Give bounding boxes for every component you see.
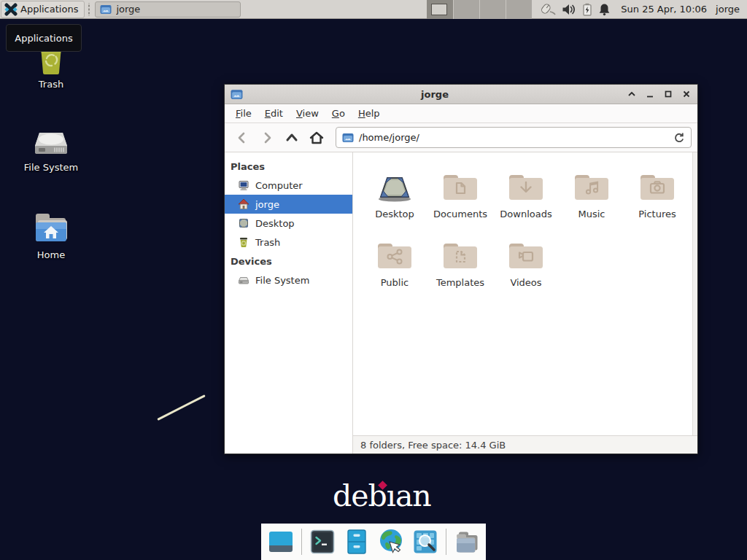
workspace-pager[interactable] [427, 0, 532, 19]
home-folder-icon [32, 210, 70, 245]
dock-separator [301, 529, 302, 555]
taskbar-window-label: jorge [116, 4, 140, 15]
file-item-downloads[interactable]: Downloads [493, 161, 559, 230]
sidebar-item-label: Computer [255, 180, 303, 191]
sidebar-item-jorge[interactable]: jorge [225, 195, 352, 214]
menu-file[interactable]: File [229, 105, 258, 122]
workspace-window-preview [431, 4, 447, 15]
file-name: Documents [433, 209, 487, 219]
applications-tooltip: Applications [6, 24, 82, 52]
back-icon[interactable] [231, 127, 254, 149]
desktop-artifact-line [157, 394, 205, 421]
volume-icon[interactable] [562, 4, 576, 15]
file-name: Desktop [375, 209, 414, 219]
file-item-documents[interactable]: Documents [427, 161, 493, 230]
file-manager-window: jorge File Edit View Go Help [224, 84, 698, 454]
panel-separator-handle [86, 3, 92, 16]
tooltip-text: Applications [15, 33, 72, 44]
computer-icon [238, 179, 249, 191]
desktop-icon-home[interactable]: Home [16, 209, 86, 260]
folder-share-icon [376, 238, 414, 272]
desktop-icon-file-system[interactable]: File System [16, 121, 86, 173]
file-cabinet-icon[interactable] [343, 528, 371, 556]
folder-icon [100, 4, 112, 15]
path-folder-icon [342, 133, 354, 143]
bottom-dock [261, 524, 486, 560]
desktop-settings-icon[interactable] [267, 528, 295, 556]
window-title: jorge [243, 89, 627, 100]
menu-go[interactable]: Go [325, 105, 352, 122]
maximize-icon[interactable] [663, 89, 673, 99]
folder-camera-icon [638, 170, 676, 203]
bell-icon[interactable] [598, 3, 611, 16]
debian-logo: debıan [333, 481, 431, 511]
web-browser-icon[interactable] [377, 528, 405, 556]
panel-username[interactable]: jorge [716, 4, 740, 15]
applications-menu-label: Applications [20, 4, 78, 15]
sidebar-item-computer[interactable]: Computer [225, 176, 352, 195]
applications-menu-button[interactable]: Applications [1, 1, 85, 18]
panel-clock[interactable]: Sun 25 Apr, 10:06 [621, 4, 707, 15]
file-name: Downloads [500, 209, 551, 219]
workspace-2[interactable] [453, 0, 479, 19]
close-icon[interactable] [681, 89, 692, 99]
desktop-icon [238, 217, 249, 229]
harddrive-icon [238, 274, 249, 286]
battery-charging-icon[interactable] [581, 3, 593, 16]
path-input[interactable]: /home/jorge/ [359, 132, 668, 143]
sidebar-item-file-system[interactable]: File System [225, 271, 352, 289]
file-view[interactable]: Desktop Documents [353, 152, 697, 435]
shade-icon[interactable] [627, 89, 637, 99]
window-folder-icon [231, 89, 243, 100]
terminal-icon[interactable] [309, 528, 336, 556]
menu-edit[interactable]: Edit [258, 105, 290, 122]
sidebar-places-header: Places [225, 157, 352, 176]
taskbar-window-button[interactable]: jorge [95, 1, 241, 18]
reload-icon[interactable] [673, 132, 685, 144]
menu-view[interactable]: View [290, 105, 325, 122]
file-item-public[interactable]: Public [362, 230, 427, 298]
file-item-music[interactable]: Music [559, 161, 624, 230]
file-item-desktop[interactable]: Desktop [362, 161, 427, 230]
forward-icon[interactable] [255, 127, 279, 149]
dock-separator [446, 529, 446, 555]
folder-music-icon [573, 170, 611, 203]
app-finder-icon[interactable] [411, 528, 439, 556]
workspace-3[interactable] [479, 0, 506, 19]
user-home-icon [238, 198, 249, 210]
file-name: Public [381, 277, 409, 288]
status-text: 8 folders, Free space: 14.4 GiB [360, 440, 506, 451]
file-name: Pictures [638, 209, 676, 219]
folder-document-icon [441, 170, 479, 203]
sidebar-item-trash[interactable]: Trash [225, 233, 352, 252]
trash-icon [238, 236, 249, 248]
home-icon[interactable] [305, 127, 328, 149]
workspace-4[interactable] [506, 0, 532, 19]
desktop-icon-label: Home [16, 249, 86, 260]
sidebar-item-desktop[interactable]: Desktop [225, 214, 352, 233]
sidebar-item-label: Trash [255, 237, 280, 248]
directory-menu-icon[interactable] [453, 528, 481, 556]
sidebar: Places Computer jorge [225, 152, 353, 454]
desktop-icon-label: File System [16, 162, 86, 173]
top-panel: Applications jorge [0, 0, 747, 19]
file-name: Music [578, 209, 605, 219]
minimize-icon[interactable] [645, 89, 655, 99]
menu-help[interactable]: Help [352, 105, 387, 122]
window-titlebar[interactable]: jorge [225, 85, 697, 104]
file-item-videos[interactable]: Videos [493, 230, 559, 298]
sidebar-item-label: jorge [255, 199, 279, 210]
file-item-templates[interactable]: Templates [427, 230, 493, 298]
desktop-icon [374, 170, 416, 203]
menu-bar: File Edit View Go Help [225, 104, 697, 123]
vertical-scrollbar[interactable] [692, 152, 697, 435]
file-item-pictures[interactable]: Pictures [624, 161, 690, 230]
status-bar: 8 folders, Free space: 14.4 GiB [353, 435, 697, 454]
up-icon[interactable] [280, 127, 303, 149]
toolbar: /home/jorge/ [225, 123, 697, 152]
desktop-icon-label: Trash [16, 79, 86, 90]
workspace-1[interactable] [427, 0, 453, 19]
path-bar[interactable]: /home/jorge/ [336, 127, 692, 148]
mouse-icon[interactable] [539, 2, 557, 17]
file-name: Videos [510, 277, 541, 288]
